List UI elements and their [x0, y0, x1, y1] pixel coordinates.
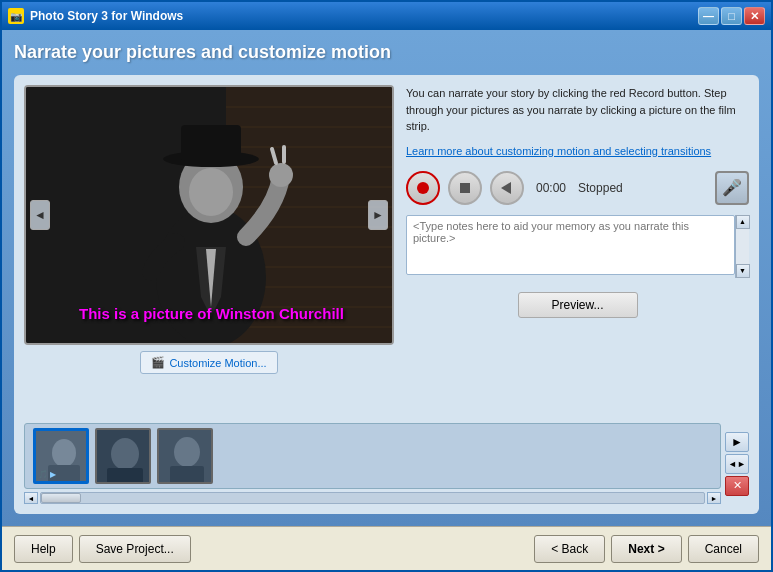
thumb-2-image	[97, 430, 151, 484]
maximize-button[interactable]: □	[721, 7, 742, 25]
cancel-button[interactable]: Cancel	[688, 535, 759, 563]
audio-time: 00:00	[536, 181, 566, 195]
filmstrip-icons-1: 🎵 ▶	[38, 470, 56, 479]
stop-icon	[460, 183, 470, 193]
scroll-down-button[interactable]: ▼	[736, 264, 750, 278]
svg-rect-30	[170, 466, 204, 484]
record-button[interactable]	[406, 171, 440, 205]
close-button[interactable]: ✕	[744, 7, 765, 25]
preview-frame: This is a picture of Winston Churchill ◄…	[24, 85, 394, 345]
preview-button[interactable]: Preview...	[518, 292, 638, 318]
title-bar: 📷 Photo Story 3 for Windows — □ ✕	[2, 2, 771, 30]
notes-scrollbar: ▲ ▼	[735, 215, 749, 278]
title-bar-left: 📷 Photo Story 3 for Windows	[8, 8, 183, 24]
instructions-text: You can narrate your story by clicking t…	[406, 85, 749, 135]
film-icon-motion: ▶	[50, 470, 56, 479]
stop-button[interactable]	[448, 171, 482, 205]
filmstrip-scrollbar-row: ◄ ►	[24, 492, 721, 504]
filmstrip-controls: ► ◄► ✕	[725, 432, 749, 496]
filmstrip-item-2[interactable]	[95, 428, 151, 484]
record-icon	[417, 182, 429, 194]
svg-point-23	[52, 439, 76, 467]
audio-status: Stopped	[578, 181, 623, 195]
svg-rect-17	[181, 125, 241, 161]
filmstrip-scroll-left[interactable]: ◄	[24, 492, 38, 504]
content-panel: This is a picture of Winston Churchill ◄…	[14, 75, 759, 514]
learn-more-link[interactable]: Learn more about customizing motion and …	[406, 145, 749, 157]
filmstrip-move-right-button[interactable]: ►	[725, 432, 749, 452]
thumb-3-image	[159, 430, 213, 484]
nav-previous-button[interactable]: ◄	[30, 200, 50, 230]
app-icon: 📷	[8, 8, 24, 24]
microphone-icon: 🎤	[722, 178, 742, 197]
film-icon-sound: 🎵	[38, 470, 48, 479]
main-content: Narrate your pictures and customize moti…	[2, 30, 771, 526]
notes-wrapper: ▲ ▼	[406, 215, 749, 278]
preview-image: This is a picture of Winston Churchill	[26, 87, 392, 343]
filmstrip-scrollbar-track	[40, 492, 705, 504]
rewind-button[interactable]	[490, 171, 524, 205]
save-project-button[interactable]: Save Project...	[79, 535, 191, 563]
filmstrip-scrollbar-thumb[interactable]	[41, 493, 81, 503]
filmstrip-move-left-right-button[interactable]: ◄►	[725, 454, 749, 474]
filmstrip: 🎵 ▶	[24, 423, 721, 489]
controls-panel: You can narrate your story by clicking t…	[406, 85, 749, 415]
filmstrip-item-1[interactable]: 🎵 ▶	[33, 428, 89, 484]
photo-caption: This is a picture of Winston Churchill	[79, 304, 339, 324]
page-title: Narrate your pictures and customize moti…	[14, 42, 759, 63]
next-button[interactable]: Next >	[611, 535, 681, 563]
window-title: Photo Story 3 for Windows	[30, 9, 183, 23]
title-bar-buttons: — □ ✕	[698, 7, 765, 25]
top-section: This is a picture of Winston Churchill ◄…	[24, 85, 749, 415]
filmstrip-item-3[interactable]	[157, 428, 213, 484]
minimize-button[interactable]: —	[698, 7, 719, 25]
scroll-up-button[interactable]: ▲	[736, 215, 750, 229]
filmstrip-scroll-right[interactable]: ►	[707, 492, 721, 504]
filmstrip-section: 🎵 ▶	[24, 423, 749, 504]
svg-point-26	[111, 438, 139, 470]
svg-rect-27	[107, 468, 143, 484]
bottom-bar: Help Save Project... < Back Next > Cance…	[2, 526, 771, 570]
main-window: 📷 Photo Story 3 for Windows — □ ✕ Narrat…	[0, 0, 773, 572]
svg-point-29	[174, 437, 200, 467]
filmstrip-remove-button[interactable]: ✕	[725, 476, 749, 496]
help-button[interactable]: Help	[14, 535, 73, 563]
rewind-icon	[501, 182, 511, 194]
audio-controls: 00:00 Stopped 🎤	[406, 171, 749, 205]
svg-point-19	[269, 163, 293, 187]
nav-next-button[interactable]: ►	[368, 200, 388, 230]
svg-point-18	[189, 168, 233, 216]
customize-motion-icon: 🎬	[151, 356, 165, 369]
preview-container: This is a picture of Winston Churchill ◄…	[24, 85, 394, 415]
back-button[interactable]: < Back	[534, 535, 605, 563]
notes-textarea[interactable]	[406, 215, 735, 275]
microphone-button[interactable]: 🎤	[715, 171, 749, 205]
customize-motion-button[interactable]: 🎬 Customize Motion...	[140, 351, 277, 374]
